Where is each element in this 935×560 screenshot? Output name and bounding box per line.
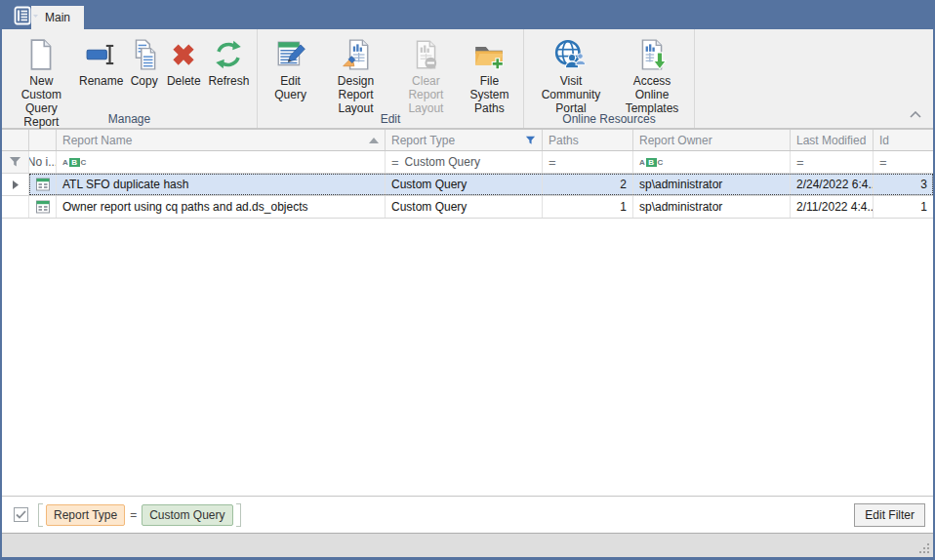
filter-criteria[interactable]: Report Type = Custom Query: [38, 502, 241, 528]
column-header-report-type[interactable]: Report Type: [386, 130, 543, 150]
resize-grip[interactable]: [918, 542, 930, 554]
tab-main-label: Main: [45, 11, 70, 24]
ribbon: New Custom Query Report Rename: [2, 29, 933, 129]
column-header-last-modified[interactable]: Last Modified: [791, 130, 874, 150]
column-header-paths[interactable]: Paths: [543, 130, 633, 150]
filter-enabled-checkbox[interactable]: [14, 507, 28, 522]
filter-cell-id[interactable]: =: [874, 151, 933, 173]
community-portal-icon: [553, 36, 589, 73]
grid-filter-row: No i... ABC = Custom Query = ABC = =: [2, 151, 933, 174]
visit-community-portal-button[interactable]: Visit Community Portal: [528, 34, 614, 118]
filter-cell-icon-column[interactable]: No i...: [29, 151, 57, 173]
cell-report-name: ATL SFO duplicate hash: [57, 174, 386, 195]
column-label: Report Name: [62, 134, 132, 147]
cell-last-modified: 2/11/2022 4:4...: [791, 196, 874, 218]
app-menu-button[interactable]: [14, 6, 43, 25]
cell-text: Owner report using cq paths and ad.ds_ob…: [62, 200, 307, 214]
filter-panel: Report Type = Custom Query Edit Filter: [2, 496, 933, 533]
edit-query-icon: [274, 36, 307, 73]
edit-query-button[interactable]: Edit Query: [262, 34, 319, 104]
button-label: File System Paths: [463, 75, 516, 116]
cell-text: 1: [620, 200, 627, 214]
column-header-id[interactable]: Id: [874, 130, 933, 150]
filter-text: No i...: [29, 155, 57, 169]
filter-funnel-icon: [9, 156, 21, 168]
clear-report-layout-button[interactable]: Clear Report Layout: [392, 34, 460, 118]
column-label: Report Owner: [639, 134, 712, 147]
reports-grid: Report Name Report Type Paths Report Own…: [2, 129, 933, 496]
column-header-report-name[interactable]: Report Name: [57, 130, 386, 150]
delete-button[interactable]: Delete: [163, 34, 205, 91]
cell-text: sp\administrator: [639, 200, 722, 214]
chevron-up-icon: [910, 111, 921, 118]
rename-button[interactable]: Rename: [77, 34, 126, 91]
cell-id: 3: [874, 174, 933, 195]
equals-operator[interactable]: =: [549, 155, 556, 170]
application-window: Main New Custom Query Report: [0, 0, 935, 560]
cell-text: 1: [920, 200, 927, 214]
design-report-layout-icon: [340, 36, 373, 73]
column-header-report-owner[interactable]: Report Owner: [633, 130, 791, 150]
table-row[interactable]: ATL SFO duplicate hash Custom Query 2 sp…: [2, 174, 933, 196]
checkmark-icon: [16, 510, 26, 519]
ribbon-group-online-resources: Visit Community Portal Access Online Tem…: [524, 29, 695, 128]
filter-cell-report-owner[interactable]: ABC: [633, 151, 791, 173]
filter-cell-last-modified[interactable]: =: [791, 151, 874, 173]
filter-cell-report-name[interactable]: ABC: [57, 151, 386, 173]
table-row[interactable]: Owner report using cq paths and ad.ds_ob…: [2, 196, 933, 219]
abc-filter-icon[interactable]: ABC: [639, 158, 664, 167]
button-label: Visit Community Portal: [531, 75, 611, 116]
abc-filter-icon[interactable]: ABC: [62, 158, 87, 167]
cell-report-type: Custom Query: [386, 174, 543, 195]
header-icon-cell: [29, 130, 57, 150]
report-table-icon: [35, 177, 51, 192]
cell-text: Custom Query: [391, 200, 467, 214]
button-label: Access Online Templates: [617, 75, 687, 116]
header-indicator-cell: [2, 130, 29, 150]
report-table-icon: [35, 199, 51, 215]
grid-header-row: Report Name Report Type Paths Report Own…: [2, 130, 933, 151]
active-filter-funnel-icon[interactable]: [525, 136, 536, 145]
rename-icon: [85, 36, 118, 73]
filter-cell-report-type[interactable]: = Custom Query: [386, 151, 543, 173]
new-document-icon: [24, 36, 58, 73]
refresh-button[interactable]: Refresh: [205, 34, 253, 91]
cell-text: 2/11/2022 4:4...: [796, 200, 874, 214]
column-label: Last Modified: [796, 134, 866, 147]
cell-text: 2/24/2022 6:4...: [796, 178, 874, 191]
equals-operator[interactable]: =: [796, 155, 804, 170]
cell-id: 1: [874, 196, 933, 218]
report-menu-icon: [14, 6, 39, 25]
file-system-paths-icon: [472, 36, 506, 73]
column-label: Id: [879, 134, 889, 147]
button-label: Design Report Layout: [322, 75, 389, 116]
cell-last-modified: 2/24/2022 6:4...: [791, 174, 874, 195]
copy-button[interactable]: Copy: [126, 34, 163, 91]
ribbon-group-label: Online Resources: [524, 112, 694, 126]
filter-row-indicator-cell: [2, 151, 29, 173]
filter-cell-paths[interactable]: =: [543, 151, 633, 173]
edit-filter-button[interactable]: Edit Filter: [854, 503, 925, 527]
ribbon-group-label: Edit: [258, 112, 523, 126]
column-label: Paths: [549, 134, 579, 147]
cell-text: Custom Query: [391, 178, 467, 191]
filter-field-chip[interactable]: Report Type: [46, 504, 125, 526]
file-system-paths-button[interactable]: File System Paths: [460, 34, 519, 118]
cell-text: 2: [620, 178, 627, 191]
filter-operator[interactable]: =: [130, 508, 137, 522]
button-label: Edit Query: [264, 75, 316, 102]
equals-operator[interactable]: =: [879, 155, 887, 170]
filter-value-chip[interactable]: Custom Query: [142, 504, 232, 526]
cell-report-owner: sp\administrator: [633, 174, 791, 195]
copy-icon: [128, 36, 161, 73]
design-report-layout-button[interactable]: Design Report Layout: [319, 34, 392, 118]
equals-operator[interactable]: =: [391, 155, 399, 170]
cell-text: ATL SFO duplicate hash: [62, 178, 188, 191]
collapse-ribbon-button[interactable]: [910, 104, 921, 122]
access-online-templates-button[interactable]: Access Online Templates: [614, 34, 690, 118]
cell-report-owner: sp\administrator: [633, 196, 791, 218]
ribbon-group-manage: New Custom Query Report Rename: [2, 29, 258, 128]
button-label: Refresh: [208, 75, 249, 89]
ribbon-tab-bar: Main: [2, 0, 933, 29]
row-icon-cell: [29, 196, 57, 218]
